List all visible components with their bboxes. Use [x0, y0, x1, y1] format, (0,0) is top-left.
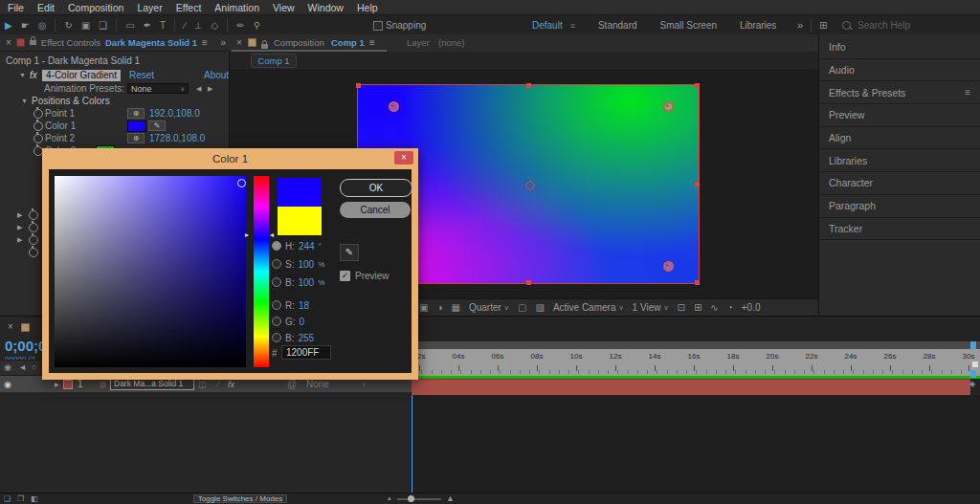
reset-link[interactable]: Reset [129, 69, 154, 82]
menu-item-window[interactable]: Window [308, 2, 344, 13]
time-ruler[interactable]: 02s04s06s08s10s12s14s16s18s20s22s24s26s2… [412, 349, 980, 376]
stopwatch-icon[interactable] [29, 248, 38, 257]
timeline-graph-icon[interactable]: ∿ [710, 302, 718, 313]
grid-icon[interactable]: ▦ [452, 302, 460, 313]
exposure-value[interactable]: +0.0 [742, 302, 761, 313]
panel-header-info[interactable]: Info [819, 36, 980, 59]
search-input[interactable]: Search Help [858, 15, 910, 35]
zoom-in-mountain-icon[interactable]: ▲ [446, 493, 455, 503]
hue-selector-left-icon[interactable]: ▸ [245, 230, 249, 239]
gradient-point4-handle[interactable] [663, 261, 674, 272]
blue-radio[interactable] [272, 333, 281, 342]
zoom-tool[interactable]: ◎ [38, 20, 47, 31]
tab-effect-controls[interactable]: Effect Controls [41, 37, 100, 48]
brush-tool[interactable]: ∕ [184, 20, 186, 31]
comp-tab-chip[interactable]: Comp 1 [251, 54, 297, 68]
red-radio[interactable] [272, 300, 281, 310]
camera-dropdown[interactable]: Active Camera ∨ [553, 302, 624, 313]
panel-header-align[interactable]: Align [819, 127, 980, 150]
menu-item-view[interactable]: View [273, 2, 295, 13]
positions-colors-group[interactable]: ▼ Positions & Colors [0, 95, 230, 107]
next-preset-icon[interactable]: ▶ [208, 82, 212, 95]
brightness-value[interactable]: 100 [298, 277, 314, 288]
stamp-tool[interactable]: ⊥ [194, 20, 203, 31]
green-value[interactable]: 0 [300, 317, 305, 327]
dialog-close-button[interactable]: × [394, 151, 413, 164]
menu-item-layer[interactable]: Layer [137, 2, 162, 13]
effect-name[interactable]: 4-Color Gradient [42, 70, 121, 81]
workspace-default[interactable]: Default [532, 20, 563, 31]
lock-icon[interactable] [30, 40, 36, 45]
menu-item-composition[interactable]: Composition [68, 2, 123, 13]
eye-icon[interactable]: ◉ [4, 376, 11, 393]
effect-point-icon[interactable]: ⊕ [127, 133, 145, 143]
type-tool[interactable]: T [160, 20, 166, 31]
layer-duration-bar[interactable] [412, 379, 970, 395]
tab-target-name[interactable]: Dark Magenta Solid 1 [105, 37, 197, 48]
audio-icon[interactable]: ◄ [18, 361, 27, 375]
fast-preview-icon[interactable]: ⊞ [694, 302, 702, 313]
pixel-aspect-icon[interactable]: ⊡ [678, 302, 685, 313]
panel-header-paragraph[interactable]: Paragraph [819, 195, 980, 218]
pan-behind-tool[interactable]: ❑ [99, 20, 107, 31]
panel-header-audio[interactable]: Audio [819, 59, 980, 82]
blue-value[interactable]: 255 [298, 333, 314, 343]
hue-selector-right-icon[interactable]: ◂ [270, 230, 274, 239]
panel-menu-icon[interactable]: ≡ [202, 37, 208, 48]
saturation-value[interactable]: 100 [298, 259, 314, 270]
menu-item-help[interactable]: Help [357, 2, 378, 13]
hex-input[interactable]: 1200FF [281, 345, 331, 360]
preview-checkbox[interactable]: ✓ [340, 271, 350, 281]
puppet-tool[interactable]: ⚲ [254, 20, 260, 31]
brightness-radio[interactable] [272, 277, 281, 287]
cancel-button[interactable]: Cancel [340, 202, 411, 218]
selection-handle[interactable] [695, 182, 700, 186]
eye-icon[interactable]: ◉ [4, 361, 11, 375]
effect-point-icon[interactable]: ⊕ [127, 108, 145, 119]
workspace-standard[interactable]: Standard [598, 20, 637, 31]
rotate-tool[interactable]: ↻ [64, 20, 72, 31]
zoom-out-mountain-icon[interactable]: ▴ [388, 494, 391, 502]
resolution-dropdown[interactable]: Quarter ∨ [469, 302, 509, 313]
panel-header-character[interactable]: Character [819, 172, 980, 195]
workspace-libraries[interactable]: Libraries [740, 20, 776, 31]
selection-tool[interactable]: ▶ [5, 20, 12, 31]
camera-tool[interactable]: ▣ [81, 20, 90, 31]
ok-button[interactable]: OK [340, 179, 412, 197]
stopwatch-icon[interactable] [33, 121, 43, 131]
hue-strip[interactable] [254, 176, 269, 367]
eraser-tool[interactable]: ◇ [212, 20, 219, 31]
navigator-end-handle[interactable] [970, 341, 976, 349]
panel-menu-icon[interactable]: ≡ [965, 87, 970, 98]
green-radio[interactable] [272, 317, 281, 326]
exposure-icon[interactable]: ◔ [727, 302, 733, 313]
pano-icon[interactable]: ⊞ [819, 15, 827, 35]
panel-header-effects-presets[interactable]: Effects & Presets≡ [819, 81, 980, 104]
pen-tool[interactable]: ✒ [144, 20, 151, 31]
zoom-slider-knob[interactable] [408, 495, 414, 502]
collapse-arrow-icon[interactable]: ▼ [19, 69, 26, 82]
presets-dropdown[interactable]: None ∨ [127, 83, 189, 94]
menu-item-animation[interactable]: Animation [214, 2, 259, 13]
panel-header-preview[interactable]: Preview [819, 104, 980, 127]
sb-cursor[interactable] [237, 179, 246, 187]
stopwatch-icon[interactable] [29, 210, 38, 220]
selection-handle[interactable] [526, 83, 531, 88]
gradient-point2-handle[interactable] [663, 101, 674, 112]
snapshot-icon[interactable]: ▣ [419, 302, 428, 313]
rotobrush-tool[interactable]: ✏ [236, 20, 244, 31]
close-icon[interactable]: × [6, 37, 11, 48]
red-value[interactable]: 18 [299, 300, 309, 311]
shape-tool[interactable]: ▭ [125, 20, 134, 31]
selection-handle[interactable] [695, 83, 700, 88]
stopwatch-icon[interactable] [33, 134, 43, 143]
point2-value[interactable]: 1728.0,108.0 [149, 132, 205, 144]
comp-marker-button[interactable] [972, 362, 978, 367]
eyedropper-icon[interactable]: ✎ [148, 121, 166, 131]
about-link[interactable]: About [204, 69, 229, 82]
lock-icon[interactable] [261, 44, 268, 49]
snapping-checkbox[interactable] [373, 21, 383, 31]
view-layout-dropdown[interactable]: 1 View ∨ [633, 302, 669, 313]
hand-tool[interactable]: ☛ [21, 20, 30, 31]
marker-bin-icon[interactable]: ◈ [969, 380, 975, 388]
